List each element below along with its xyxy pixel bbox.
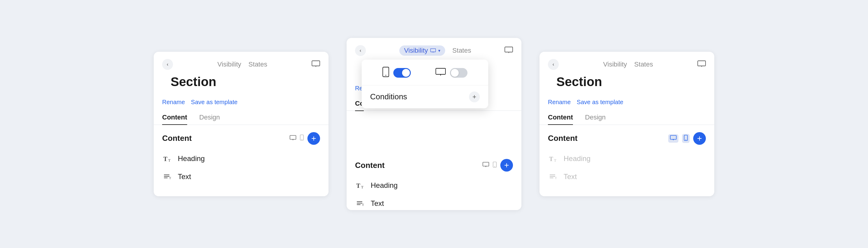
mobile-icon-2[interactable]	[493, 162, 497, 169]
content-section: Content + T T Heading	[154, 132, 329, 183]
header-tabs-3: Visibility States	[603, 61, 653, 68]
device-icons-3: +	[668, 132, 706, 145]
text-icon: T	[162, 173, 173, 180]
add-condition-button[interactable]: +	[469, 92, 480, 102]
popup-device-row	[362, 60, 488, 85]
tab-states[interactable]: States	[248, 61, 267, 68]
desktop-icon[interactable]	[290, 135, 296, 142]
content-design-tabs: Content Design	[154, 110, 329, 125]
tab-states-2[interactable]: States	[453, 47, 471, 55]
visibility-label: Visibility	[404, 47, 428, 55]
content-section-3: Content + T T Heading	[539, 132, 714, 183]
rename-link[interactable]: Rename	[162, 99, 185, 106]
header-tabs: Visibility States	[217, 61, 267, 68]
tab-content[interactable]: Content	[162, 110, 187, 125]
add-button-3[interactable]: +	[693, 132, 706, 145]
heading-icon-3: T T	[548, 155, 559, 162]
rename-link-3[interactable]: Rename	[548, 99, 571, 106]
tab-visibility[interactable]: Visibility	[217, 61, 241, 68]
back-button-3[interactable]: ‹	[548, 59, 559, 70]
content-items: T T Heading T Text	[162, 152, 320, 183]
svg-text:T: T	[549, 155, 553, 162]
content-design-tabs-3: Content Design	[539, 110, 714, 125]
svg-rect-22	[436, 68, 445, 74]
phone-device-item	[382, 67, 411, 79]
text-label-2: Text	[371, 199, 384, 208]
content-items-3: T T Heading T Text	[548, 152, 706, 183]
desktop-icon-3[interactable]	[668, 134, 678, 143]
tab-design-3[interactable]: Design	[585, 110, 606, 125]
list-item: T Text	[355, 197, 513, 210]
panel-1: ‹ Visibility States Section Rename Save …	[154, 52, 329, 196]
phone-icon	[382, 67, 389, 79]
list-item: T T Heading	[162, 152, 320, 165]
svg-text:T: T	[169, 176, 171, 180]
text-icon-3: T	[548, 173, 559, 180]
mobile-icon-3[interactable]	[682, 134, 689, 143]
tab-visibility-3[interactable]: Visibility	[603, 61, 627, 68]
panel-1-header: ‹ Visibility States	[154, 52, 329, 75]
svg-text:T: T	[555, 176, 557, 180]
chevron-down-icon: ▾	[438, 48, 440, 53]
svg-rect-14	[430, 48, 435, 52]
device-icons: +	[290, 132, 320, 145]
monitor-icon-2	[504, 47, 513, 55]
list-item: T Text	[548, 170, 706, 183]
content-header-3: Content +	[548, 132, 706, 145]
svg-rect-39	[670, 135, 676, 139]
section-links: Rename Save as template	[154, 99, 329, 110]
svg-rect-17	[505, 47, 513, 52]
back-button[interactable]: ‹	[162, 59, 173, 70]
text-icon-2: T	[355, 200, 366, 207]
heading-icon-2: T T	[355, 182, 366, 189]
popup-container: Conditions +	[362, 60, 488, 108]
list-item: T T Heading	[548, 152, 706, 165]
mobile-icon[interactable]	[300, 135, 304, 142]
content-items-2: T T Heading T Text	[355, 179, 513, 210]
panel-3-header: ‹ Visibility States	[539, 52, 714, 75]
content-label-3: Content	[548, 134, 578, 143]
device-icons-2: +	[483, 159, 513, 172]
chevron-left-icon: ‹	[167, 62, 168, 67]
svg-text:T: T	[361, 185, 364, 189]
svg-rect-0	[312, 61, 320, 66]
list-item: T Text	[162, 170, 320, 183]
content-label-2: Content	[355, 161, 384, 170]
monitor-icon	[312, 60, 320, 69]
content-header: Content +	[162, 132, 320, 145]
save-as-template-link[interactable]: Save as template	[191, 99, 238, 106]
list-item: T T Heading	[355, 179, 513, 192]
heading-icon: T T	[162, 155, 173, 162]
tab-design[interactable]: Design	[199, 110, 220, 125]
svg-rect-25	[483, 162, 489, 166]
header-tabs-2: Visibility ▾ States	[399, 45, 471, 56]
svg-text:T: T	[163, 155, 167, 162]
heading-label: Heading	[178, 154, 205, 163]
conditions-row: Conditions +	[362, 85, 488, 108]
section-title-row: Section	[154, 75, 329, 99]
add-button[interactable]: +	[307, 132, 320, 145]
heading-label-2: Heading	[371, 181, 398, 189]
svg-text:T: T	[168, 158, 170, 162]
section-links-3: Rename Save as template	[539, 99, 714, 110]
section-title-row-3: Section	[539, 75, 714, 99]
tab-states-3[interactable]: States	[634, 61, 653, 68]
content-header-2: Content +	[355, 159, 513, 172]
panel-2-header: ‹ Visibility ▾ States	[347, 38, 521, 61]
content-label: Content	[162, 134, 192, 143]
add-button-2[interactable]: +	[500, 159, 513, 172]
svg-text:T: T	[356, 182, 361, 189]
desktop-device-item	[435, 68, 467, 78]
desktop-icon-2[interactable]	[483, 162, 489, 169]
desktop-icon-small	[430, 47, 436, 55]
text-label-3: Text	[564, 173, 577, 181]
tab-content-3[interactable]: Content	[548, 110, 573, 125]
tab-visibility-2[interactable]: Visibility ▾	[399, 45, 445, 56]
back-button-2[interactable]: ‹	[355, 45, 366, 56]
conditions-label: Conditions	[370, 92, 407, 101]
save-as-template-link-3[interactable]: Save as template	[577, 99, 624, 106]
panel-3: ‹ Visibility States Section Rename Save …	[539, 52, 714, 196]
toggle-on[interactable]	[393, 68, 411, 78]
svg-text:T: T	[554, 158, 556, 162]
toggle-off[interactable]	[450, 68, 467, 78]
